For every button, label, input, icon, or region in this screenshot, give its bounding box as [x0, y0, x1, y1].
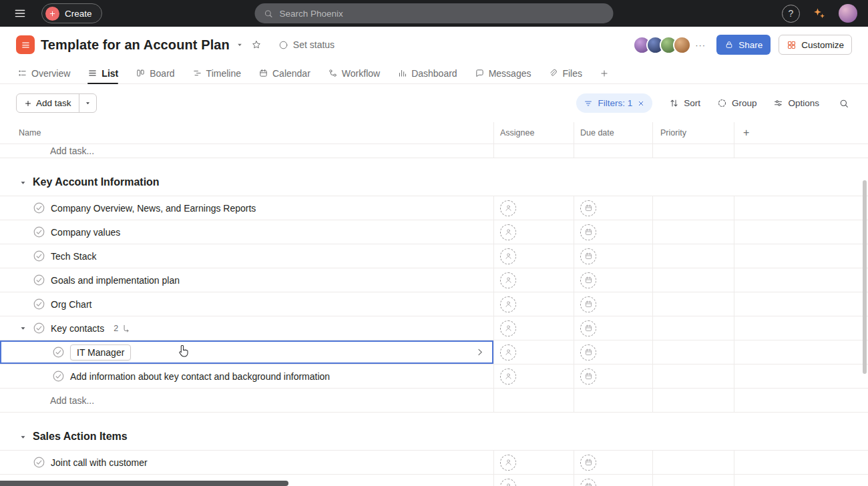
group-button[interactable]: Group [717, 98, 757, 108]
share-button[interactable]: Share [716, 35, 771, 55]
column-header-priority[interactable]: Priority [653, 122, 734, 144]
complete-check-icon[interactable] [33, 322, 45, 334]
task-title[interactable]: Joint call with customer [51, 457, 148, 468]
task-row[interactable]: Goals and implementation plan [0, 268, 868, 292]
priority-cell[interactable] [653, 475, 734, 486]
add-task-row-label[interactable]: Add task... [50, 395, 94, 406]
assignee-placeholder-icon[interactable] [500, 248, 516, 264]
subtask-count[interactable]: 2 [114, 324, 131, 333]
assignee-placeholder-icon[interactable] [500, 296, 516, 312]
assignee-placeholder-icon[interactable] [500, 479, 516, 486]
tab-dashboard[interactable]: Dashboard [397, 63, 457, 83]
due-date-placeholder-icon[interactable] [580, 200, 596, 216]
complete-check-icon[interactable] [33, 274, 45, 286]
collaborator-avatar[interactable] [673, 36, 691, 54]
tab-timeline[interactable]: Timeline [192, 63, 241, 83]
task-title[interactable]: Org Chart [51, 299, 91, 310]
open-details-chevron-icon[interactable] [475, 347, 485, 357]
due-date-placeholder-icon[interactable] [580, 248, 596, 264]
priority-cell[interactable] [653, 364, 734, 388]
options-button[interactable]: Options [773, 98, 819, 108]
due-date-placeholder-icon[interactable] [580, 272, 596, 288]
assignee-placeholder-icon[interactable] [500, 320, 516, 336]
horizontal-scrollbar-thumb[interactable] [0, 481, 288, 486]
task-title[interactable]: Add information about key contact and ba… [70, 371, 330, 382]
task-title[interactable]: Company Overview, News, and Earnings Rep… [51, 203, 256, 214]
collapse-triangle-icon[interactable] [19, 433, 27, 441]
task-row-parent[interactable]: Key contacts 2 [0, 316, 868, 340]
column-header-assignee[interactable]: Assignee [494, 122, 574, 144]
ai-sparkles-button[interactable] [810, 4, 829, 23]
task-title[interactable]: Tech Stack [51, 251, 96, 262]
add-task-button[interactable]: Add task [17, 94, 79, 112]
assignee-placeholder-icon[interactable] [500, 272, 516, 288]
section-title[interactable]: Sales Action Items [33, 431, 128, 443]
add-task-dropdown-button[interactable] [79, 94, 96, 112]
vertical-scrollbar-thumb[interactable] [863, 180, 867, 374]
assignee-placeholder-icon[interactable] [500, 369, 516, 385]
due-date-placeholder-icon[interactable] [580, 455, 596, 471]
add-view-button[interactable] [600, 69, 609, 78]
due-date-placeholder-icon[interactable] [580, 479, 596, 486]
filters-chip[interactable]: Filters: 1 [576, 93, 652, 113]
assignee-placeholder-icon[interactable] [500, 200, 516, 216]
tab-calendar[interactable]: Calendar [258, 63, 310, 83]
due-date-placeholder-icon[interactable] [580, 344, 596, 360]
task-row[interactable]: Tech Stack [0, 244, 868, 268]
sort-button[interactable]: Sort [669, 98, 700, 108]
complete-check-icon[interactable] [33, 250, 45, 262]
add-task-row-label[interactable]: Add task... [50, 146, 94, 156]
priority-cell[interactable] [653, 292, 734, 316]
task-row[interactable]: Company values [0, 220, 868, 244]
section-header-key-account-information[interactable]: Key Account Information [0, 169, 868, 196]
create-button[interactable]: Create [41, 3, 102, 23]
task-row[interactable]: Org Chart [0, 292, 868, 316]
tab-files[interactable]: Files [548, 63, 582, 83]
priority-cell[interactable] [653, 220, 734, 244]
priority-cell[interactable] [653, 316, 734, 340]
chevron-down-icon[interactable] [236, 41, 244, 49]
set-status-button[interactable]: Set status [278, 39, 335, 50]
add-task-row[interactable]: Add task... [0, 389, 868, 413]
complete-check-icon[interactable] [33, 202, 45, 214]
section-header-sales-action-items[interactable]: Sales Action Items [0, 423, 868, 451]
complete-check-icon[interactable] [52, 370, 65, 383]
task-row[interactable]: Joint call with customer [0, 451, 868, 475]
assignee-placeholder-icon[interactable] [500, 455, 516, 471]
help-button[interactable]: ? [782, 5, 800, 23]
column-header-due-date[interactable]: Due date [574, 122, 653, 144]
complete-check-icon[interactable] [33, 226, 45, 238]
priority-cell[interactable] [653, 340, 734, 364]
add-task-row[interactable]: Add task... [0, 144, 868, 158]
project-icon[interactable] [16, 35, 35, 54]
priority-cell[interactable] [653, 451, 734, 474]
collaborator-avatars[interactable]: ··· [633, 36, 708, 54]
star-icon[interactable] [251, 39, 262, 50]
tab-list[interactable]: List [87, 63, 118, 83]
column-header-name[interactable]: Name [0, 122, 494, 144]
priority-cell[interactable] [653, 196, 734, 220]
global-search-input[interactable]: Search Phoenix [255, 3, 614, 23]
expand-triangle-icon[interactable] [19, 324, 27, 332]
priority-cell[interactable] [653, 268, 734, 292]
customize-button[interactable]: Customize [779, 35, 852, 55]
add-column-button[interactable]: + [734, 122, 868, 144]
tab-messages[interactable]: Messages [475, 63, 531, 83]
project-title[interactable]: Template for an Account Plan [41, 37, 230, 53]
task-title[interactable]: Company values [51, 227, 120, 238]
assignee-placeholder-icon[interactable] [500, 224, 516, 240]
complete-check-icon[interactable] [33, 456, 45, 469]
search-tasks-button[interactable] [836, 95, 852, 111]
tab-overview[interactable]: Overview [17, 63, 70, 83]
assignee-placeholder-icon[interactable] [500, 344, 516, 360]
collapse-triangle-icon[interactable] [19, 178, 27, 187]
complete-check-icon[interactable] [33, 298, 45, 310]
tab-workflow[interactable]: Workflow [328, 63, 380, 83]
tab-board[interactable]: Board [136, 63, 174, 83]
section-title[interactable]: Key Account Information [33, 176, 160, 188]
task-title[interactable]: Key contacts [51, 323, 104, 334]
clear-filters-icon[interactable] [637, 99, 645, 107]
more-collaborators-button[interactable]: ··· [692, 37, 708, 53]
task-title-edit-field[interactable]: IT Manager [70, 344, 131, 360]
task-row[interactable]: Company Overview, News, and Earnings Rep… [0, 196, 868, 220]
